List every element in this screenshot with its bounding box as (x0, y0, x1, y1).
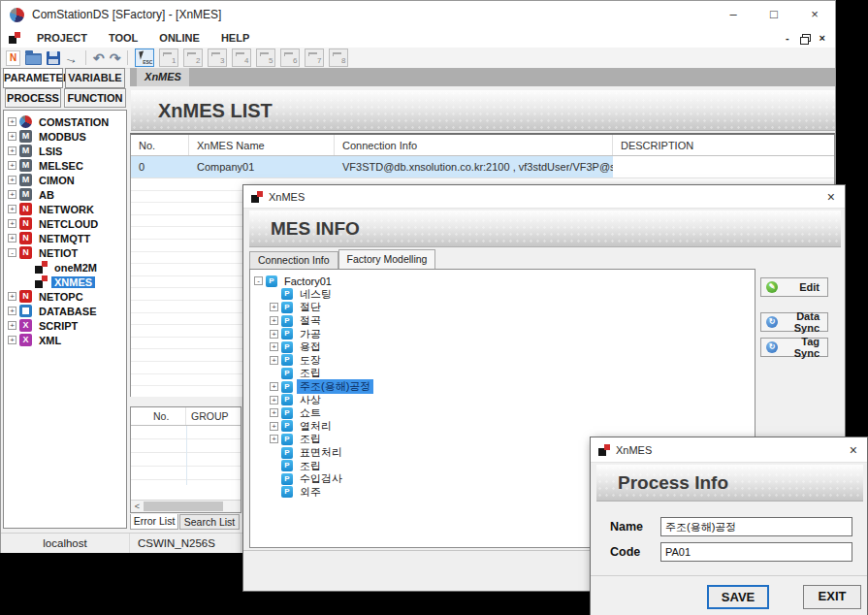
scrollbar-thumb[interactable] (144, 502, 223, 511)
tree-item[interactable]: +P가공 (250, 327, 755, 340)
tree-item[interactable]: +P절단 (250, 301, 755, 314)
tree-item[interactable]: +P열처리 (250, 420, 755, 434)
tab-variable[interactable]: VARIABLE (65, 68, 125, 88)
menu-item-online[interactable]: ONLINE (148, 32, 210, 44)
tree-expander-plus-icon[interactable]: + (270, 382, 278, 391)
tree-item[interactable]: oneM2M (4, 260, 126, 275)
toolbar-button-6[interactable]: 6 (280, 49, 300, 67)
tab-connection-info[interactable]: Connection Info (249, 251, 338, 269)
tree-item[interactable]: +DATABASE (4, 304, 126, 318)
tree-expander-plus-icon[interactable]: + (270, 408, 278, 417)
tree-expander-plus-icon[interactable]: + (8, 132, 16, 141)
code-field[interactable] (660, 542, 852, 562)
tree-item[interactable]: +P도장 (250, 354, 755, 368)
tab-parameter[interactable]: PARAMETER (3, 68, 63, 88)
menu-item-tool[interactable]: TOOL (98, 32, 148, 44)
open-icon[interactable] (25, 53, 42, 65)
tree-expander-plus-icon[interactable]: + (270, 330, 278, 339)
process-button[interactable]: PROCESS (5, 88, 61, 108)
tree-expander-plus-icon[interactable]: + (8, 161, 16, 170)
mdi-close-button[interactable]: × (820, 32, 825, 44)
tree-item[interactable]: +XXML (4, 333, 126, 347)
undo-icon[interactable]: ↶ (93, 50, 105, 66)
close-icon[interactable]: × (850, 438, 857, 462)
tree-expander-plus-icon[interactable]: + (270, 435, 278, 443)
tree-item[interactable]: +MLSIS (4, 144, 126, 158)
tree-item[interactable]: +P주조(용해)공정 (250, 380, 755, 394)
menu-item-project[interactable]: PROJECT (26, 32, 98, 44)
toolbar-button-5[interactable]: 5 (256, 49, 275, 67)
tree-item[interactable]: +NNETCLOUD (4, 216, 126, 231)
tree-item[interactable]: +P사상 (250, 393, 755, 406)
tree-item[interactable]: +MCIMON (4, 173, 126, 187)
toolbar-button-8[interactable]: 8 (329, 49, 348, 67)
tab-xnmes-document[interactable]: XnMES (137, 68, 189, 86)
tree-item[interactable]: XNMES (4, 275, 126, 289)
horizontal-scrollbar[interactable]: < (131, 500, 241, 512)
esc-tool-button[interactable]: ESC (135, 49, 154, 67)
exit-button[interactable]: EXIT (803, 585, 861, 609)
tree-item[interactable]: -PFactory01 (250, 275, 755, 288)
tree-expander-plus-icon[interactable]: + (270, 356, 278, 365)
close-icon[interactable]: × (827, 185, 835, 209)
scroll-left-icon[interactable]: < (131, 501, 144, 512)
tree-expander-plus-icon[interactable]: + (8, 205, 16, 213)
tree-item[interactable]: P네스팅 (250, 288, 755, 302)
tree-expander-plus-icon[interactable]: + (8, 117, 16, 126)
mdi-restore-button[interactable] (800, 34, 809, 43)
tree-expander-plus-icon[interactable]: + (8, 234, 16, 243)
tree-expander-plus-icon[interactable]: + (8, 146, 16, 155)
table-row[interactable]: 0Company01VF3STD@db.xnsolution.co.kr:210… (131, 156, 834, 178)
tree-expander-minus-icon[interactable]: - (254, 276, 263, 285)
redo-icon[interactable]: ↷ (110, 50, 121, 66)
new-project-icon[interactable]: N (6, 50, 20, 66)
tree-expander-plus-icon[interactable]: + (270, 303, 278, 311)
tree-item[interactable]: -NNETIOT (4, 245, 126, 260)
edit-button[interactable]: ✎ Edit (760, 277, 828, 297)
tree-item[interactable]: +P절곡 (250, 314, 755, 328)
toolbar-button-3[interactable]: 3 (208, 49, 227, 67)
tab-error-list[interactable]: Error List (130, 514, 178, 530)
minimize-button[interactable]: – (713, 1, 754, 28)
pointer-tool-icon[interactable]: → (63, 49, 80, 68)
tree-expander-plus-icon[interactable]: + (8, 176, 16, 184)
tree-expander-plus-icon[interactable]: + (270, 422, 278, 431)
toolbar-button-2[interactable]: 2 (183, 49, 203, 67)
save-button[interactable]: SAVE (707, 585, 769, 609)
close-button[interactable]: × (794, 1, 835, 28)
maximize-button[interactable]: □ (754, 1, 794, 28)
tree-item[interactable]: +NNETMQTT (4, 231, 126, 245)
name-field[interactable] (660, 517, 852, 536)
tree-expander-plus-icon[interactable]: + (8, 190, 16, 199)
data-sync-button[interactable]: ↻ Data Sync (760, 312, 828, 332)
tree-item[interactable]: +MMELSEC (4, 158, 126, 173)
tree-item[interactable]: +COMSTATION (4, 114, 126, 129)
tree-item[interactable]: P조립 (250, 367, 755, 380)
tree-expander-plus-icon[interactable]: + (8, 219, 16, 228)
tree-expander-plus-icon[interactable]: + (8, 321, 16, 330)
save-icon[interactable] (47, 51, 60, 65)
function-button[interactable]: FUNCTION (64, 88, 126, 108)
mdi-minimize-button[interactable]: - (786, 32, 789, 44)
toolbar-button-7[interactable]: 7 (305, 49, 324, 67)
tab-search-list[interactable]: Search List (179, 514, 240, 530)
tree-item[interactable]: +MAB (4, 187, 126, 202)
tree-item[interactable]: +P쇼트 (250, 406, 755, 420)
tree-expander-minus-icon[interactable]: - (8, 248, 16, 257)
tab-factory-modelling[interactable]: Factory Modelling (338, 249, 436, 269)
tree-expander-plus-icon[interactable]: + (8, 292, 16, 301)
tree-expander-plus-icon[interactable]: + (8, 336, 16, 344)
tree-item[interactable]: +XSCRIPT (4, 318, 126, 333)
toolbar-button-4[interactable]: 4 (232, 49, 251, 67)
tree-item[interactable]: +MMODBUS (4, 129, 126, 144)
tree-expander-plus-icon[interactable]: + (270, 396, 278, 405)
menu-item-help[interactable]: HELP (210, 32, 260, 44)
tree-item[interactable]: +NNETOPC (4, 289, 126, 304)
tree-expander-plus-icon[interactable]: + (270, 342, 278, 351)
toolbar-button-1[interactable]: 1 (159, 49, 178, 67)
tree-expander-plus-icon[interactable]: + (8, 307, 16, 315)
tree-item[interactable]: +P용접 (250, 340, 755, 354)
tag-sync-button[interactable]: ↻ Tag Sync (760, 338, 828, 357)
tree-expander-plus-icon[interactable]: + (270, 316, 278, 325)
tree-item[interactable]: +NNETWORK (4, 202, 126, 216)
